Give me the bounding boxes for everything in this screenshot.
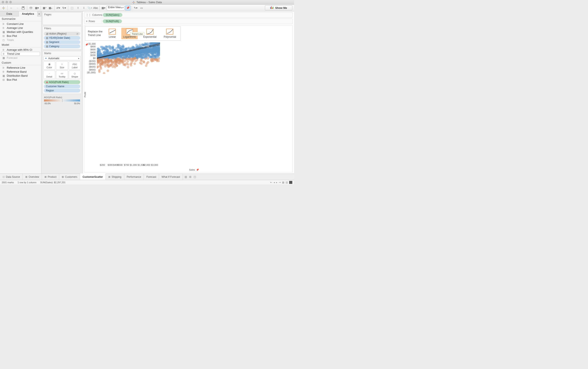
columns-shelf[interactable]: ⋮⋮Columns SUM(Sales) — [84, 12, 293, 18]
marks-color-button[interactable]: ◉Color — [43, 61, 55, 70]
analytics-item-trend-line[interactable]: ⊪Trend Line — [1, 52, 40, 56]
sheet-tab-customerscatter[interactable]: CustomerScatter — [80, 174, 106, 180]
new-sheet-button[interactable]: ▥ — [184, 175, 187, 178]
filter-pill-year-order-date-[interactable]: ▦YEAR(Order Date) — [44, 36, 80, 40]
svg-point-1362 — [151, 53, 153, 55]
sheet-tab-performance[interactable]: Performance — [124, 174, 144, 180]
filter-pill-segment[interactable]: ▦Segment — [44, 40, 80, 44]
sort-asc-button[interactable]: ⬚ — [69, 5, 75, 10]
svg-point-1166 — [136, 59, 138, 61]
filter-shelf-icon: ▦ — [46, 32, 48, 35]
legend-min: -50.0% — [44, 102, 51, 105]
mark-pill-customer-name[interactable]: Customer Name — [44, 84, 80, 88]
svg-point-45 — [127, 66, 129, 68]
columns-pill-sum-sales[interactable]: SUM(Sales) — [103, 13, 122, 17]
sort-desc-button[interactable]: ⬆ — [75, 5, 81, 10]
nav-last-icon[interactable]: ⇥ — [279, 181, 281, 184]
tableau-icon[interactable] — [1, 5, 6, 10]
trend-option-linear[interactable]: Linear — [107, 28, 118, 39]
analytics-item-box-plot[interactable]: ⊟Box Plot — [0, 34, 41, 38]
marks-card[interactable]: Marks ✦Automatic ◉Color○SizeAbcLabel·Det… — [42, 51, 82, 94]
view-grid-icon[interactable]: ▦ — [282, 181, 284, 184]
trend-drop-target[interactable]: Replace the Trend Line LinearLogarithmic… — [85, 26, 181, 41]
marks-label-button[interactable]: AbcLabel — [69, 61, 81, 70]
new-story-button[interactable]: ◫ — [193, 175, 196, 178]
presentation-button[interactable]: ▭ — [139, 5, 144, 10]
analytics-item-reference-line[interactable]: ⊪Reference Line — [0, 66, 41, 70]
data-source-tab[interactable]: ◫Data Source — [0, 174, 23, 180]
tab-collapse-icon[interactable]: ▸ — [38, 11, 41, 16]
worksheet-icon: ▦ — [108, 175, 110, 178]
y-tick: $400 — [91, 51, 96, 54]
pages-card[interactable]: Pages — [42, 12, 82, 25]
new-worksheet-button[interactable]: ▦▾ — [34, 5, 40, 10]
sheet-tab-forecast[interactable]: Forecast — [144, 174, 159, 180]
trend-option-logarithmic[interactable]: LogarithmicTrend Line — [121, 28, 138, 39]
view-card-icon[interactable]: ■ — [289, 181, 292, 184]
forward-button[interactable]: → — [15, 5, 20, 10]
duplicate-button[interactable]: ▦⁺ — [42, 5, 47, 10]
sheet-tab-customers[interactable]: ▦Customers — [59, 174, 80, 180]
mark-pill-region[interactable]: Region — [44, 89, 80, 92]
sheet-tab-shipping[interactable]: ▦Shipping — [106, 174, 124, 180]
show-me-button[interactable]: Show Me — [265, 5, 292, 10]
x-axis-pin-icon[interactable]: 📌 — [196, 168, 199, 171]
analytics-item-median-with-quartiles[interactable]: ▦Median with Quartiles — [0, 30, 41, 34]
swap-button[interactable]: ⇄▾ — [56, 5, 61, 10]
pin-button[interactable]: 📌 — [125, 5, 131, 10]
fit-dropdown-icon[interactable]: ▦▾ — [101, 5, 106, 10]
window-controls[interactable] — [2, 1, 12, 3]
new-datasource-button[interactable] — [28, 5, 34, 10]
analytics-item-average-with-95-ci[interactable]: ⊪Average with 95% CI — [0, 48, 41, 52]
svg-point-1284 — [135, 46, 137, 49]
view-mode-select[interactable]: Entire View▲▾ — [107, 6, 125, 10]
clear-button[interactable]: ▦ₓ — [48, 5, 53, 10]
save-button[interactable] — [20, 5, 26, 10]
legend-gradient[interactable] — [44, 99, 80, 102]
back-button[interactable]: ← — [9, 5, 14, 10]
attach-button[interactable]: 📎▾ — [87, 5, 92, 10]
view-list-icon[interactable]: ▤ — [285, 181, 288, 184]
marks-type-select[interactable]: ✦Automatic — [43, 56, 81, 61]
new-dashboard-button[interactable]: ⊞ — [189, 175, 192, 178]
analytics-item-totals[interactable]: ◻Totals — [0, 38, 41, 42]
svg-point-18 — [131, 30, 132, 31]
minimize-icon[interactable] — [5, 1, 8, 3]
nav-prev-icon[interactable]: ◂ — [274, 181, 275, 184]
refresh-button[interactable]: ↻▾ — [61, 5, 67, 10]
filters-card[interactable]: Filters ▦Action (Region)⊘▦YEAR(Order Dat… — [42, 26, 82, 50]
trend-option-polynomial[interactable]: Polynomial — [162, 28, 178, 39]
highlight-button[interactable]: ✎▾ — [133, 5, 138, 10]
sheet-tab-overview[interactable]: ▦Overview — [23, 174, 42, 180]
scatter-plot[interactable] — [97, 42, 160, 74]
tooltip-icon: ▭ — [61, 72, 63, 75]
x-axis-label[interactable]: Sales — [189, 168, 195, 171]
close-icon[interactable] — [2, 1, 4, 3]
tab-data[interactable]: Data — [0, 11, 19, 16]
filter-pill-category[interactable]: ▦Category — [44, 44, 80, 48]
analytics-item-constant-line[interactable]: ⊪Constant Line — [0, 22, 41, 26]
mark-pill-agg-profit-ratio-[interactable]: ◉AGG(Profit Ratio) — [44, 80, 80, 84]
visualization-canvas[interactable]: Replace the Trend Line LinearLogarithmic… — [84, 25, 293, 172]
sheet-tab-product[interactable]: ▦Product — [42, 174, 59, 180]
analytics-item-average-line[interactable]: ⊪Average Line — [0, 26, 41, 30]
marks-tooltip-button[interactable]: ▭Tooltip — [56, 71, 68, 79]
rows-shelf[interactable]: ≡Rows SUM(Profit) — [84, 19, 293, 24]
color-legend-card[interactable]: AGG(Profit Ratio) -50.0% 50.0% — [42, 95, 82, 105]
rows-pill-sum-profit[interactable]: SUM(Profit) — [103, 19, 122, 23]
nav-next-icon[interactable]: ▸ — [276, 181, 277, 184]
analytics-item-reference-band[interactable]: ⊪Reference Band — [0, 70, 41, 74]
marks-size-button[interactable]: ○Size — [56, 61, 68, 70]
nav-first-icon[interactable]: ⇤ — [270, 181, 272, 184]
analytics-item-forecast[interactable]: ▦Forecast — [0, 56, 41, 60]
marks-shape-button[interactable]: ◇Shape — [69, 71, 81, 79]
sheet-tab-what-if-forecast[interactable]: What If Forecast — [159, 174, 183, 180]
analytics-item-distribution-band[interactable]: ▦Distribution Band — [0, 74, 41, 78]
tab-analytics[interactable]: Analytics — [19, 11, 38, 16]
group-button[interactable]: ⬇ — [81, 5, 87, 10]
labels-button[interactable]: Abc — [93, 5, 98, 10]
analytics-item-box-plot[interactable]: ⊟Box Plot — [0, 78, 41, 82]
filter-pill-action-region-[interactable]: ▦Action (Region)⊘ — [44, 32, 80, 36]
zoom-icon[interactable] — [9, 1, 12, 3]
marks-detail-button[interactable]: ·Detail — [43, 71, 55, 79]
